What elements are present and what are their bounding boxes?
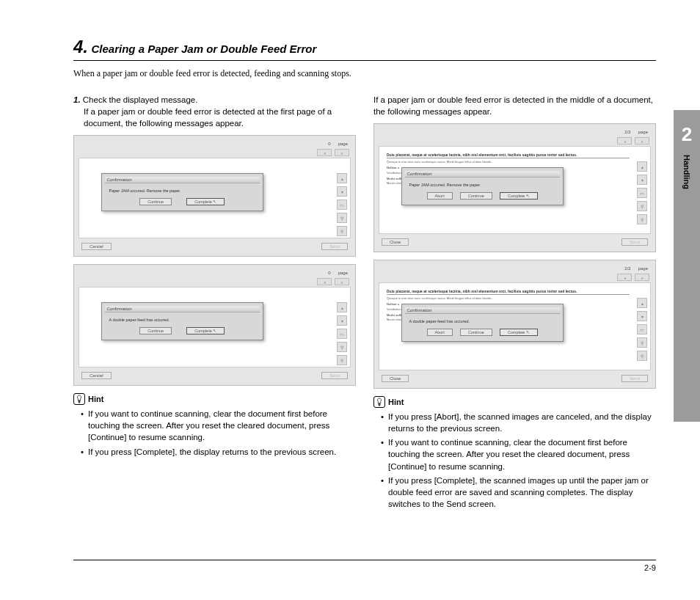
ss-nav: ◂ ▸ [379,272,651,282]
dialog-message: A double paper-feed has occured. [405,316,560,326]
ss-footer: Close Send [379,237,651,247]
complete-button[interactable]: Complete ↖ [500,329,538,336]
next-icon[interactable]: ▸ [635,274,649,281]
cancel-button[interactable]: Cancel [81,372,112,379]
right-column: If a paper jam or double feed error is d… [373,94,656,512]
page-count: 0 [328,142,330,146]
hint-list: If you want to continue scanning, clear … [73,408,356,457]
zoom-icon[interactable]: ⚲ [337,342,347,352]
ss-sidebar: ▴ ▾ ▭ ⚲ ⚲ [637,298,649,361]
page-icon[interactable]: ▭ [637,188,647,198]
send-button[interactable]: Send [621,238,648,246]
screenshot-doublefeed-middle: 2/2 page ◂ ▸ Duis placerat, neque at sce… [373,260,656,389]
hint-item: If you want to continue scanning, clear … [81,408,356,443]
down-icon[interactable]: ▾ [337,186,347,197]
step-body: If a paper jam or double feed error is d… [84,106,356,129]
down-icon[interactable]: ▾ [337,315,347,326]
down-icon[interactable]: ▾ [637,175,647,185]
screenshot-jam-middle: 2/2 page ◂ ▸ Duis placerat, neque at sce… [373,123,656,252]
preview-area: ▴ ▾ ▭ ⚲ ⚲ Confirmation Paper JAM occured… [79,158,351,238]
hint-item: If you press [Complete], the scanned ima… [381,475,656,510]
step-number: 1. [73,95,81,104]
continue-button[interactable]: Continue [139,198,172,205]
content-columns: 1. Check the displayed message. If a pap… [73,94,656,512]
ss-header: 0 page [79,140,351,147]
next-icon[interactable]: ▸ [635,137,649,144]
dialog-buttons: Abort Continue Complete ↖ [405,190,560,202]
abort-button[interactable]: Abort [427,329,453,336]
hint-item: If you want to continue scanning, clear … [381,436,656,472]
prev-icon[interactable]: ◂ [317,278,332,285]
up-icon[interactable]: ▴ [337,302,347,312]
section-heading: 4. Clearing a Paper Jam or Double Feed E… [73,37,656,61]
zoom-icon[interactable]: ⚲ [637,337,647,348]
section-number: 4. [73,37,88,56]
page-count: 0 [328,271,330,275]
ss-nav: ◂ ▸ [379,136,651,146]
complete-button[interactable]: Complete ↖ [500,192,538,200]
chapter-tab: 2 Handling [674,110,700,422]
up-icon[interactable]: ▴ [637,161,647,172]
prev-icon[interactable]: ◂ [617,274,632,281]
hint-icon [373,396,385,408]
ss-nav: ◂ ▸ [79,277,351,287]
abort-button[interactable]: Abort [427,192,453,200]
pointer-icon: ↖ [526,330,530,334]
section-title: Clearing a Paper Jam or Double Feed Erro… [91,43,316,55]
continue-button[interactable]: Continue [460,192,492,200]
page-label: page [638,130,648,134]
send-button[interactable]: Send [621,375,648,382]
dialog-buttons: Continue Complete ↖ [105,196,260,208]
confirmation-dialog: Confirmation A double paper-feed has occ… [401,304,564,342]
zoom-icon[interactable]: ⚲ [337,213,347,223]
hint-icon [73,393,85,405]
chapter-number: 2 [674,123,700,146]
next-icon[interactable]: ▸ [335,278,349,285]
page-label: page [338,271,348,275]
up-icon[interactable]: ▴ [337,173,347,183]
hint-heading: Hint [73,393,356,405]
ss-sidebar: ▴ ▾ ▭ ⚲ ⚲ [337,173,349,236]
ss-nav: ◂ ▸ [79,147,351,158]
screenshot-jam-firstpage: 0 page ◂ ▸ ▴ ▾ ▭ ⚲ ⚲ Confirmation Paper … [73,135,356,257]
zoom-out-icon[interactable]: ⚲ [337,355,347,365]
next-icon[interactable]: ▸ [335,149,349,156]
chapter-label: Handling [682,155,691,189]
send-button[interactable]: Send [321,243,348,250]
complete-button[interactable]: Complete ↖ [186,198,225,205]
hint-list: If you press [Abort], the scanned images… [373,411,656,510]
page-icon[interactable]: ▭ [637,324,647,334]
dialog-title: Confirmation [405,307,560,314]
page-icon[interactable]: ▭ [337,200,347,210]
dialog-message: Paper JAM occured. Remove the paper. [405,180,560,190]
zoom-out-icon[interactable]: ⚲ [637,351,647,361]
ss-header: 2/2 page [379,265,651,272]
ss-footer: Cancel Send [79,370,351,381]
zoom-out-icon[interactable]: ⚲ [637,214,647,224]
down-icon[interactable]: ▾ [637,311,647,321]
page-icon[interactable]: ▭ [337,329,347,339]
left-column: 1. Check the displayed message. If a pap… [73,94,356,512]
prev-icon[interactable]: ◂ [317,149,332,156]
close-button[interactable]: Close [382,238,409,246]
dialog-buttons: Abort Continue Complete ↖ [405,326,560,338]
pointer-icon: ↖ [213,200,216,204]
zoom-out-icon[interactable]: ⚲ [337,226,347,236]
up-icon[interactable]: ▴ [637,298,647,308]
continue-button[interactable]: Continue [460,329,492,336]
zoom-icon[interactable]: ⚲ [637,201,647,211]
send-button[interactable]: Send [321,372,348,379]
complete-button[interactable]: Complete ↖ [186,327,225,334]
continue-button[interactable]: Continue [139,327,172,334]
screenshot-doublefeed-firstpage: 0 page ◂ ▸ ▴ ▾ ▭ ⚲ ⚲ Confirmation A doub… [73,264,356,386]
preview-area: Duis placerat, neque at scelerisque laci… [379,146,651,234]
prev-icon[interactable]: ◂ [617,137,632,144]
hint-label: Hint [388,398,404,406]
preview-area: ▴ ▾ ▭ ⚲ ⚲ Confirmation A double paper-fe… [79,287,351,367]
pointer-icon: ↖ [213,329,216,333]
cancel-button[interactable]: Cancel [81,243,112,250]
page-count: 2/2 [624,266,630,271]
ss-sidebar: ▴ ▾ ▭ ⚲ ⚲ [337,302,349,365]
close-button[interactable]: Close [382,375,409,382]
confirmation-dialog: Confirmation A double paper-feed has occ… [101,302,263,340]
